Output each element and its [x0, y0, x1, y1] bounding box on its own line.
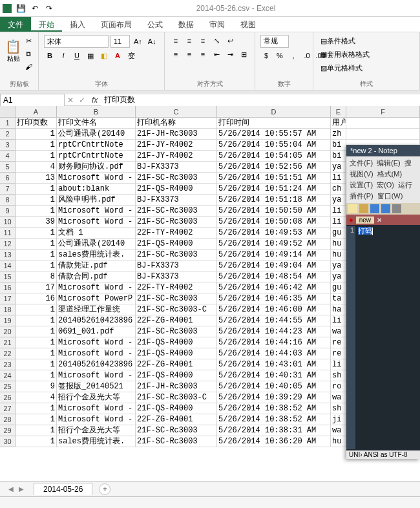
align-left-icon[interactable]: ≡	[170, 48, 182, 60]
cell[interactable]: 5/26/2014 10:40:05 AM	[217, 381, 331, 392]
bold-button[interactable]: B	[44, 50, 56, 61]
cell[interactable]: 5/26/2014 10:50:08 AM	[217, 217, 331, 228]
cell[interactable]: 1	[16, 228, 57, 238]
decrease-font-icon[interactable]: A↓	[146, 36, 158, 47]
cell[interactable]: 21F-SC-Rc3003	[136, 425, 217, 436]
np-menu-macro[interactable]: 宏(O)	[375, 180, 396, 191]
align-middle-icon[interactable]: ≡	[184, 35, 195, 47]
row-header[interactable]: 6	[0, 173, 16, 184]
cell[interactable]: 1	[16, 326, 57, 337]
row-header[interactable]: 26	[0, 392, 16, 403]
cell[interactable]: 5/26/2014 10:44:23 AM	[217, 326, 331, 337]
cell[interactable]: Microsoft Word -	[57, 282, 136, 293]
cell[interactable]: 5/26/2014 10:51:18 AM	[217, 195, 331, 206]
name-box[interactable]	[0, 94, 65, 107]
cell[interactable]: 22F-TY-R4002	[136, 282, 217, 293]
cell[interactable]: hu	[331, 436, 346, 447]
cell[interactable]: sales费用统计表.	[57, 249, 136, 260]
cell[interactable]: 借款合同.pdf	[57, 271, 136, 282]
np-new-icon[interactable]	[348, 204, 357, 213]
cell[interactable]: Microsoft Word -	[57, 217, 136, 228]
italic-button[interactable]: I	[58, 50, 69, 61]
formula-input[interactable]	[101, 94, 420, 106]
increase-indent-icon[interactable]: ⇥	[224, 48, 236, 60]
cell[interactable]: 5/26/2014 10:46:00 AM	[217, 304, 331, 315]
row-header[interactable]: 22	[0, 348, 16, 359]
cell[interactable]: gu	[331, 282, 346, 293]
cell[interactable]: 21F-JH-Rc3003	[136, 381, 217, 392]
decrease-indent-icon[interactable]: ⇤	[211, 48, 222, 60]
cell[interactable]: Microsoft Word -	[57, 173, 136, 184]
cell[interactable]: 5/26/2014 10:51:24 AM	[217, 184, 331, 195]
cell[interactable]: 1	[16, 414, 57, 425]
row-header[interactable]: 16	[0, 282, 16, 293]
cell[interactable]: 打印机名称	[136, 118, 217, 129]
cell[interactable]: 21F-JH-Rc3003	[136, 129, 217, 140]
cell[interactable]: 21F-QS-R4000	[136, 184, 217, 195]
add-sheet-button[interactable]: +	[99, 483, 110, 495]
cell[interactable]: Microsoft Word -	[57, 414, 136, 425]
cell[interactable]: 4	[16, 392, 57, 403]
fill-color-button[interactable]: ◧	[98, 50, 110, 61]
cell[interactable]: 1	[16, 348, 57, 359]
tab-review[interactable]: 审阅	[202, 17, 233, 32]
col-header-d[interactable]: D	[217, 106, 331, 117]
cell[interactable]: 打印文件名	[57, 118, 136, 129]
cell[interactable]: 21F-SC-Rc3003	[136, 249, 217, 260]
tab-home[interactable]: 开始	[31, 17, 62, 32]
cell[interactable]: li	[331, 206, 346, 217]
cell[interactable]: 17	[16, 282, 57, 293]
save-icon[interactable]: 💾	[16, 3, 26, 14]
font-name-select[interactable]	[44, 35, 109, 48]
cell[interactable]: 21F-QS-R4000	[136, 238, 217, 249]
font-size-select[interactable]	[110, 35, 130, 48]
row-header[interactable]: 30	[0, 436, 16, 447]
cell[interactable]: 21F-SC-Rc3003	[136, 173, 217, 184]
cell[interactable]: 21F-SC-Rc3003	[136, 206, 217, 217]
cell[interactable]: 1	[16, 370, 57, 381]
cell[interactable]: ji	[331, 414, 346, 425]
cell[interactable]: 0691_001.pdf	[57, 326, 136, 337]
row-header[interactable]: 19	[0, 315, 16, 326]
cell[interactable]: Microsoft Word -	[57, 206, 136, 217]
cell[interactable]: hu	[331, 249, 346, 260]
cell[interactable]: li	[331, 315, 346, 326]
cell[interactable]: 5/26/2014 10:43:01 AM	[217, 359, 331, 370]
cell[interactable]: 渠道经理工作量统	[57, 304, 136, 315]
cell[interactable]: 5/26/2014 10:50:50 AM	[217, 206, 331, 217]
cell[interactable]: re	[331, 337, 346, 348]
cell[interactable]: 2014052610423896	[57, 359, 136, 370]
np-print-icon[interactable]	[392, 204, 401, 213]
cell[interactable]: hu	[331, 238, 346, 249]
table-format-button[interactable]: ▦ 套用表格格式	[319, 48, 372, 60]
np-menu-edit[interactable]: 编辑(E)	[375, 158, 403, 169]
cell[interactable]: 21F-JY-R4002	[136, 151, 217, 162]
orientation-icon[interactable]: ⤡	[211, 35, 222, 47]
enter-formula-icon[interactable]: ✓	[76, 96, 88, 105]
row-header[interactable]: 4	[0, 151, 16, 162]
cell[interactable]: 22F-ZG-R4001	[136, 414, 217, 425]
cell[interactable]: Microsoft Word -	[57, 337, 136, 348]
cell[interactable]: 21F-JY-R4002	[136, 140, 217, 151]
cell[interactable]: 21F-SC-Rc3003	[136, 436, 217, 447]
fx-icon[interactable]: fx	[88, 96, 101, 105]
tab-view[interactable]: 视图	[233, 17, 264, 32]
format-painter-icon[interactable]: 🖌	[23, 61, 34, 72]
cell[interactable]: ya	[331, 271, 346, 282]
tab-data[interactable]: 数据	[171, 17, 202, 32]
cell[interactable]: li	[331, 217, 346, 228]
align-bottom-icon[interactable]: ≡	[197, 35, 209, 47]
cell[interactable]: 5/26/2014 10:38:52 AM	[217, 414, 331, 425]
conditional-format-button[interactable]: ▤ 条件格式	[319, 35, 357, 47]
cell[interactable]: 5/26/2014 10:38:52 AM	[217, 403, 331, 414]
row-header[interactable]: 9	[0, 206, 16, 217]
row-header[interactable]: 12	[0, 238, 16, 249]
sheet-nav-prev-icon[interactable]: ◀	[6, 485, 16, 492]
cell[interactable]: 打印页数	[16, 118, 57, 129]
cell[interactable]: 1	[16, 436, 57, 447]
cell[interactable]: 5/26/2014 10:48:54 AM	[217, 271, 331, 282]
undo-icon[interactable]: ↶	[30, 3, 40, 14]
cell[interactable]: bi	[331, 151, 346, 162]
cell[interactable]: 5/26/2014 10:49:52 AM	[217, 238, 331, 249]
cell[interactable]: 1	[16, 195, 57, 206]
